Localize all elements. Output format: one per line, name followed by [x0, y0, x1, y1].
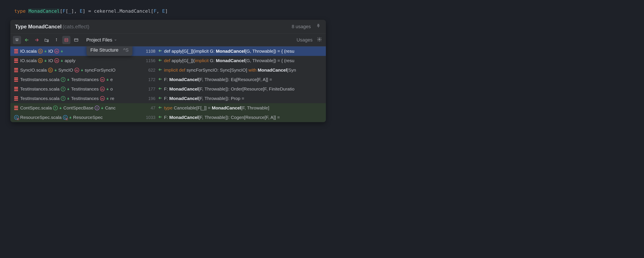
usage-row[interactable]: TestInstances.scalaTTestInstancesmre196F… — [10, 94, 326, 103]
merge-usages-icon[interactable] — [13, 36, 21, 44]
svg-rect-32 — [107, 98, 108, 99]
scope-dropdown[interactable]: Project Files — [84, 36, 119, 44]
line-number: 1108 — [142, 49, 156, 54]
nav-arrow-icon — [158, 68, 162, 73]
new-folder-icon[interactable] — [42, 36, 51, 44]
line-number: 172 — [142, 77, 156, 82]
code-preview: def apply[G[_]](implicit G: MonadCancel[… — [164, 58, 294, 63]
usage-row[interactable]: TestInstances.scalaTTestInstancesme172F:… — [10, 75, 326, 84]
gear-icon[interactable] — [317, 37, 322, 43]
usages-popup: Type MonadCancel (cats.effect) 8 usages — [10, 20, 326, 122]
svg-rect-37 — [70, 117, 71, 118]
member-name: re — [110, 96, 114, 101]
tooltip-label: File Structure — [90, 47, 118, 53]
scala-file-icon — [14, 49, 18, 54]
lock-icon — [67, 77, 70, 82]
editor-code-line: type MonadCancel[F[_], E] = cekernel.Mon… — [0, 0, 332, 16]
usage-row[interactable]: IO.scalaOIOmapply1156def apply[G[_]](imp… — [10, 56, 326, 65]
svg-point-15 — [319, 39, 320, 40]
scala-file-icon — [14, 87, 18, 91]
file-name: TestInstances.scala — [20, 77, 60, 82]
member-name: o — [110, 86, 113, 92]
line-number: 196 — [142, 96, 156, 101]
lock-icon — [106, 77, 109, 82]
pin-icon[interactable] — [316, 24, 321, 30]
svg-rect-17 — [61, 51, 63, 52]
svg-rect-22 — [55, 70, 56, 71]
usage-row[interactable]: ContSpec.scalaTContSpecBasetCanc47type C… — [10, 103, 326, 113]
class-name: ContSpecBase — [63, 105, 94, 110]
lock-icon — [54, 68, 57, 73]
svg-rect-31 — [68, 98, 69, 99]
file-name: IO.scala — [20, 49, 37, 54]
svg-rect-13 — [74, 39, 78, 42]
line-number: 622 — [142, 68, 156, 73]
lock-icon — [67, 96, 70, 101]
lock-icon — [106, 96, 109, 101]
o-ring-icon: O — [38, 49, 43, 54]
lock-icon — [44, 58, 47, 63]
nav-arrow-icon — [158, 96, 162, 101]
class-name: IO — [48, 49, 53, 54]
scala-file-icon — [14, 68, 18, 72]
svg-rect-34 — [60, 108, 62, 109]
scala-file-icon — [14, 77, 18, 82]
usages-label[interactable]: Usages — [296, 37, 312, 43]
scope-label: Project Files — [86, 37, 112, 43]
code-preview: type Cancelable[F[_]] = MonadCancel[F, T… — [164, 105, 269, 110]
t-ring-icon: T — [53, 105, 58, 110]
scala-file-icon — [14, 105, 18, 110]
filter-m-icon[interactable] — [62, 36, 70, 44]
lock-icon — [69, 115, 72, 120]
lock-icon — [60, 58, 63, 63]
svg-rect-20 — [61, 60, 63, 61]
t-ring-icon: T — [61, 77, 66, 82]
lock-icon — [106, 86, 109, 92]
info-icon[interactable] — [52, 36, 60, 44]
usage-row[interactable]: TestInstances.scalaTTestInstancesmo177F:… — [10, 84, 326, 94]
class-name: IO — [48, 58, 53, 63]
member-name: e — [110, 77, 113, 82]
file-name: SyncIO.scala — [20, 68, 47, 73]
nav-arrow-icon — [158, 86, 162, 92]
svg-point-10 — [56, 39, 57, 39]
m-ring-icon: m — [74, 68, 79, 72]
popup-subtitle: (cats.effect) — [62, 24, 89, 30]
class-c-icon: C — [63, 115, 68, 120]
code-preview: def apply[G[_]](implicit G: MonadCancel[… — [164, 49, 294, 54]
usage-row[interactable]: IO.scalaOIOm1108def apply[G[_]](implicit… — [10, 46, 326, 56]
o-ring-icon: O — [48, 68, 53, 72]
popup-title: Type MonadCancel — [15, 24, 62, 30]
preview-icon[interactable] — [72, 36, 80, 44]
class-name: TestInstances — [71, 96, 98, 101]
usages-count: 8 usages — [292, 24, 311, 30]
m-ring-icon: m — [100, 87, 105, 91]
file-name: IO.scala — [20, 58, 37, 63]
member-name: syncForSyncIO — [85, 68, 116, 73]
svg-rect-16 — [45, 51, 46, 52]
results-list: IO.scalaOIOm1108def apply[G[_]](implicit… — [10, 46, 326, 122]
usage-row[interactable]: SyncIO.scalaOSyncIOmsyncForSyncIO622impl… — [10, 65, 326, 75]
line-number: 177 — [142, 87, 156, 92]
m-ring-icon: m — [54, 58, 59, 63]
svg-rect-26 — [107, 79, 108, 80]
line-number: 47 — [142, 105, 156, 110]
svg-rect-29 — [107, 89, 108, 90]
keyword-type: type — [14, 8, 26, 14]
lock-icon — [60, 49, 63, 54]
chevron-down-icon — [114, 39, 117, 42]
svg-rect-23 — [81, 70, 83, 71]
nav-next-icon[interactable] — [33, 36, 41, 44]
popup-toolbar: Project Files Usages — [10, 34, 326, 46]
popup-header: Type MonadCancel (cats.effect) 8 usages — [10, 20, 326, 34]
t-ring-icon: T — [61, 96, 66, 101]
usage-row[interactable]: CResourceSpec.scalaCResourceSpec1033F: M… — [10, 113, 326, 122]
class-c-icon: C — [14, 115, 19, 120]
nav-prev-icon[interactable] — [23, 36, 31, 44]
code-preview: F: MonadCancel[F, Throwable]): Cogen[Res… — [164, 115, 280, 120]
class-name: SyncIO — [58, 68, 73, 73]
svg-rect-25 — [68, 79, 69, 80]
lock-icon — [101, 105, 104, 110]
svg-rect-35 — [102, 108, 103, 109]
code-preview: implicit def syncForSyncIO: Sync[SyncIO]… — [164, 68, 296, 73]
